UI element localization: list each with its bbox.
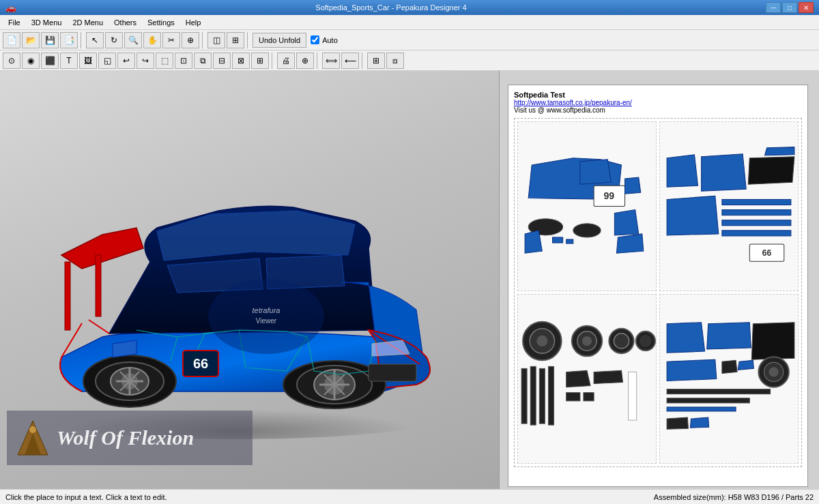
car-svg: 66 tetrafura Viewer	[0, 71, 478, 453]
tb2-btn18[interactable]: ⟵	[341, 53, 359, 69]
toolbar-row1: 📄 📂 💾 📑 ↖ ↻ 🔍 ✋ ✂ ⊕ ◫ ⊞ Undo Unfold Auto	[0, 30, 819, 50]
watermark-logo	[18, 419, 48, 457]
auto-checkbox[interactable]	[311, 35, 319, 44]
svg-point-45	[582, 336, 592, 346]
separator1	[81, 32, 83, 48]
svg-rect-56	[629, 372, 637, 420]
menu-help[interactable]: Help	[180, 15, 207, 29]
svg-point-21	[208, 279, 324, 354]
tb2-btn14[interactable]: ⊞	[251, 53, 269, 69]
fold-button[interactable]: ⊞	[227, 32, 244, 48]
tb2-btn12[interactable]: ⊟	[213, 53, 231, 69]
tb2-btn13[interactable]: ⊠	[232, 53, 250, 69]
paper-grid: 99	[514, 118, 802, 467]
app-icon: 🚗	[5, 3, 16, 13]
svg-rect-35	[722, 210, 791, 216]
save-button[interactable]: 💾	[41, 32, 59, 48]
svg-rect-2	[96, 255, 101, 316]
tb2-sep1	[272, 53, 274, 69]
tb2-undo[interactable]: ↩	[117, 53, 135, 69]
close-button[interactable]: ✕	[799, 2, 814, 13]
restore-button[interactable]: □	[782, 2, 797, 13]
auto-checkbox-group[interactable]: Auto	[311, 35, 338, 44]
svg-rect-36	[722, 220, 791, 226]
tb2-btn5[interactable]: 🖼	[79, 53, 97, 69]
tb2-btn11[interactable]: ⧉	[194, 53, 212, 69]
zoom-button[interactable]: 🔍	[124, 32, 142, 48]
unfold-button[interactable]: ◫	[207, 32, 225, 48]
menu-others[interactable]: Others	[109, 15, 142, 29]
svg-rect-60	[667, 389, 771, 394]
paper-section-4	[659, 294, 799, 464]
svg-point-51	[614, 333, 629, 349]
svg-text:99: 99	[603, 190, 614, 201]
svg-point-53	[640, 335, 652, 347]
tb2-btn10[interactable]: ⊡	[175, 53, 192, 69]
svg-rect-34	[722, 199, 791, 205]
tb2-btn16[interactable]: ⊕	[296, 53, 314, 69]
pan-button[interactable]: ✋	[143, 32, 161, 48]
auto-label: Auto	[322, 36, 338, 44]
title-bar: 🚗 Softpedia_Sports_Car - Pepakura Design…	[0, 0, 819, 15]
svg-point-59	[769, 367, 779, 376]
save-as-button[interactable]: 📑	[60, 32, 78, 48]
tb2-btn4[interactable]: T	[60, 53, 78, 69]
paper-visit: Visit us @ www.softpedia.com	[514, 106, 802, 114]
menu-3d[interactable]: 3D Menu	[26, 15, 68, 29]
watermark: Wolf Of Flexion	[7, 411, 253, 465]
tb2-btn1[interactable]: ⊙	[3, 53, 20, 69]
join-button[interactable]: ⊕	[182, 32, 199, 48]
paper-section-2: 66	[659, 121, 799, 291]
window-controls: ─ □ ✕	[766, 2, 814, 13]
paper-section-1: 99	[517, 121, 657, 291]
open-button[interactable]: 📂	[22, 32, 40, 48]
svg-rect-47	[530, 366, 536, 425]
svg-text:66: 66	[762, 248, 772, 258]
menu-2d[interactable]: 2D Menu	[67, 15, 109, 29]
svg-rect-24	[369, 364, 416, 381]
tb2-btn3[interactable]: ⬛	[41, 53, 59, 69]
toolbar-row2: ⊙ ◉ ⬛ T 🖼 ◱ ↩ ↪ ⬚ ⊡ ⧉ ⊟ ⊠ ⊞ 🖨 ⊕ ⟺ ⟵ ⊞ ⧈	[0, 50, 819, 71]
svg-rect-48	[539, 368, 545, 424]
svg-text:tetrafura: tetrafura	[253, 306, 281, 314]
tb2-btn15[interactable]: 🖨	[277, 53, 295, 69]
status-hint: Click the place to input a text. Click a…	[5, 493, 167, 501]
tb2-sep3	[362, 53, 364, 69]
svg-rect-33	[566, 239, 573, 243]
2d-view[interactable]: Softpedia Test http://www.tamasoft.co.jp…	[500, 71, 819, 489]
rotate-button[interactable]: ↻	[105, 32, 123, 48]
select-button[interactable]: ↖	[86, 32, 104, 48]
svg-rect-1	[65, 262, 70, 330]
svg-point-29	[573, 224, 601, 237]
paper-sheet: Softpedia Test http://www.tamasoft.co.jp…	[508, 85, 808, 487]
cut-button[interactable]: ✂	[162, 32, 180, 48]
separator3	[247, 32, 250, 48]
svg-rect-32	[553, 237, 563, 243]
menu-settings[interactable]: Settings	[142, 15, 180, 29]
tb2-btn20[interactable]: ⧈	[386, 53, 404, 69]
minimize-button[interactable]: ─	[766, 2, 781, 13]
tb2-btn9[interactable]: ⬚	[156, 53, 173, 69]
tb2-btn19[interactable]: ⊞	[367, 53, 385, 69]
svg-rect-55	[584, 393, 594, 401]
svg-rect-46	[521, 368, 527, 424]
paper-link[interactable]: http://www.tamasoft.co.jp/pepakura-en/	[514, 99, 802, 106]
svg-rect-37	[722, 231, 791, 236]
new-button[interactable]: 📄	[3, 32, 20, 48]
tb2-redo[interactable]: ↪	[136, 53, 154, 69]
tb2-btn17[interactable]: ⟺	[322, 53, 340, 69]
svg-rect-61	[667, 398, 749, 403]
tb2-btn2[interactable]: ◉	[22, 53, 40, 69]
undo-unfold-button[interactable]: Undo Unfold	[253, 33, 306, 48]
status-bar: Click the place to input a text. Click a…	[0, 489, 819, 504]
menu-file[interactable]: File	[3, 15, 26, 29]
svg-rect-49	[548, 366, 554, 425]
svg-point-27	[29, 426, 36, 433]
3d-view[interactable]: 66 tetrafura Viewer Wolf Of Flexion	[0, 71, 500, 489]
paper-section-3	[517, 294, 657, 464]
menu-bar: File 3D Menu 2D Menu Others Settings Hel…	[0, 15, 819, 30]
tb2-btn6[interactable]: ◱	[98, 53, 116, 69]
svg-text:66: 66	[193, 356, 208, 371]
svg-rect-54	[566, 393, 580, 401]
svg-rect-62	[667, 407, 736, 411]
